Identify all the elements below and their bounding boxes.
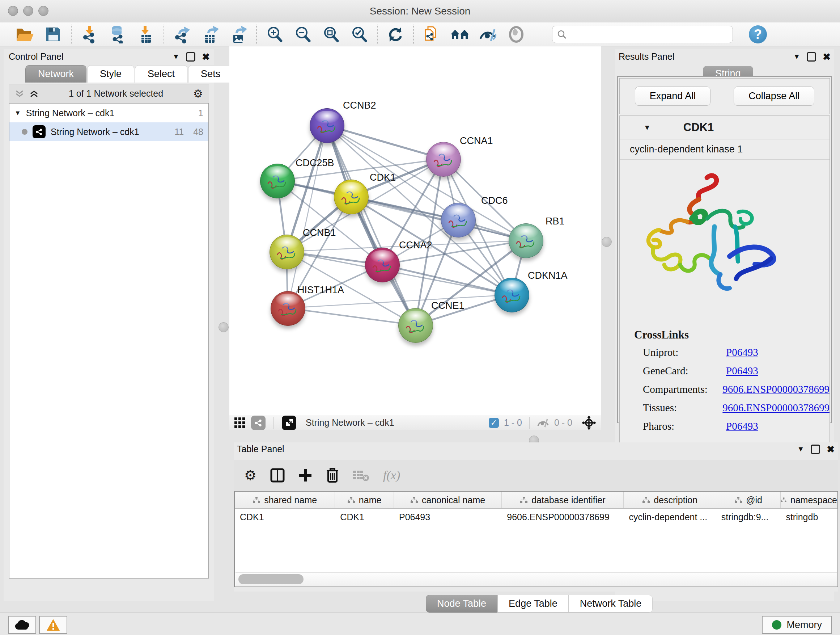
tab-select[interactable]: Select [135,65,187,82]
network-node-cdc6[interactable] [441,203,476,238]
network-node-ccnb2[interactable] [309,108,344,143]
network-edge[interactable] [287,308,415,325]
houses-button[interactable] [446,24,474,45]
tab-network[interactable]: Network [25,65,87,82]
hidden-eye-icon[interactable] [537,418,549,428]
birdseye-toggle-icon[interactable] [282,416,296,430]
import-network-file-button[interactable] [75,24,103,45]
add-column-icon[interactable] [298,469,312,482]
network-node-ccnb1[interactable] [270,234,304,269]
section-expander-icon[interactable]: ▼ [644,124,651,132]
traffic-lights[interactable] [8,6,54,17]
column-header-namespace[interactable]: namespace [781,492,837,508]
network-node-cdc25b[interactable] [260,164,295,198]
delete-column-icon[interactable] [326,468,339,483]
export-image-button[interactable] [224,24,253,45]
column-header-name[interactable]: name [335,492,394,508]
genecard-link[interactable]: P06493 [726,365,758,377]
network-node-ccna1[interactable] [426,142,461,177]
tissues-link[interactable]: 9606.ENSP00000378699 [722,402,829,414]
warnings-button[interactable] [39,616,67,634]
tab-network-table[interactable]: Network Table [569,595,653,613]
pharos-link[interactable]: P06493 [726,420,758,432]
panel-float-icon[interactable] [186,52,195,62]
panel-close-icon[interactable]: ✖ [823,53,831,60]
grid-mode-icon[interactable] [234,417,245,428]
gear-icon[interactable]: ⚙ [193,87,203,100]
table-cell[interactable]: CDK1 [335,509,394,525]
cloud-button[interactable] [8,616,36,634]
column-header--id[interactable]: @id [716,492,781,508]
table-cell[interactable]: stringdb:9... [716,509,781,525]
tab-style[interactable]: Style [87,65,134,82]
scrollbar-thumb[interactable] [238,574,303,584]
table-cell[interactable]: 9606.ENSP00000378699 [502,509,624,525]
collapse-all-button[interactable]: Collapse All [734,87,814,106]
network-node-hist1h1a[interactable] [271,291,305,326]
table-horizontal-scrollbar[interactable] [235,572,837,586]
show-graphics-details-button[interactable] [474,24,502,45]
gene-section-header[interactable]: ▼ CDK1 [620,116,829,139]
network-row[interactable]: String Network – cdk1 11 48 [9,122,208,141]
network-node-cdkn1a[interactable] [494,278,529,312]
panel-close-icon[interactable]: ✖ [827,446,835,453]
show-columns-icon[interactable] [270,468,285,483]
close-window-icon[interactable] [8,6,18,16]
network-node-cdk1[interactable] [334,180,369,214]
panel-float-icon[interactable] [807,52,816,62]
network-canvas[interactable]: CCNB2CCNA1CDC25BCDK1CDC6RB1CCNB1CCNA2CDK… [229,46,601,415]
network-edge[interactable] [287,125,327,308]
column-header-canonical-name[interactable]: canonical name [394,492,502,508]
function-builder-icon[interactable]: f(x) [383,469,400,482]
network-node-ccna2[interactable] [365,248,400,282]
save-session-button[interactable] [39,24,67,45]
zoom-fit-button[interactable] [317,24,345,45]
panel-collapse-icon[interactable]: ▼ [172,52,180,61]
column-header-shared-name[interactable]: shared name [235,492,335,508]
tab-edge-table[interactable]: Edge Table [497,595,569,613]
zoom-in-button[interactable] [261,24,289,45]
table-cell[interactable]: stringdb [781,509,837,525]
zoom-out-button[interactable] [289,24,317,45]
delete-table-icon[interactable] [353,469,369,481]
memory-button[interactable]: Memory [762,616,832,634]
highlight-toggle-button[interactable] [502,24,531,45]
network-collection-row[interactable]: ▼ String Network – cdk1 1 [9,103,208,122]
expand-all-icon[interactable] [29,89,39,98]
network-node-rb1[interactable] [508,223,543,258]
zoom-selected-button[interactable] [345,24,373,45]
expand-all-button[interactable]: Expand All [635,87,711,106]
compartments-link[interactable]: 9606.ENSP00000378699 [722,383,829,395]
open-session-button[interactable] [11,24,39,45]
panel-collapse-icon[interactable]: ▼ [797,445,804,453]
selected-checkbox-icon[interactable]: ✓ [489,418,499,428]
toolbar-search[interactable] [552,26,733,43]
table-cell[interactable]: CDK1 [235,509,335,525]
node-table[interactable]: shared namenamecanonical namedatabase id… [234,491,838,587]
tab-sets[interactable]: Sets [188,65,233,82]
string-import-button[interactable] [417,24,446,45]
export-network-button[interactable] [168,24,196,45]
left-splitter-handle[interactable] [218,322,229,333]
table-cell[interactable]: P06493 [394,509,502,525]
export-table-button[interactable] [196,24,224,45]
zoom-window-icon[interactable] [38,6,49,16]
panel-float-icon[interactable] [811,445,820,454]
panel-close-icon[interactable]: ✖ [202,53,210,60]
table-cell[interactable]: cyclin-dependent ... [624,509,716,525]
network-node-ccne1[interactable] [398,308,433,343]
uniprot-link[interactable]: P06493 [726,347,758,358]
column-header-database-identifier[interactable]: database identifier [502,492,624,508]
minimize-window-icon[interactable] [23,6,33,16]
table-settings-gear-icon[interactable]: ⚙ [244,467,256,483]
tab-node-table[interactable]: Node Table [426,595,497,613]
tree-expander-icon[interactable]: ▼ [14,109,21,117]
import-network-database-button[interactable] [103,24,132,45]
right-splitter-handle[interactable] [602,237,612,247]
column-header-description[interactable]: description [624,492,716,508]
view-mode-share-icon[interactable] [251,416,265,430]
network-edge[interactable] [382,264,512,295]
table-row[interactable]: CDK1CDK1P064939606.ENSP00000378699cyclin… [235,509,837,525]
apply-layout-button[interactable] [381,24,409,45]
search-input[interactable] [567,28,720,40]
